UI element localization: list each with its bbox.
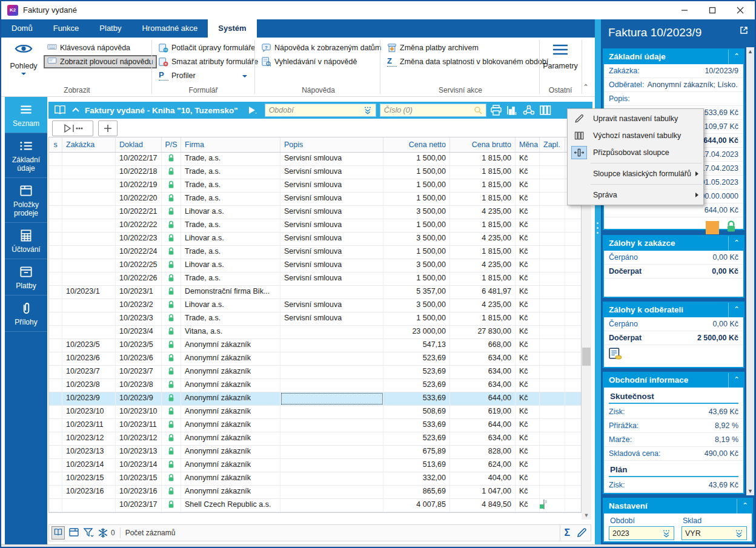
column-header-doklad[interactable]: Doklad [116, 137, 162, 152]
cell-doklad[interactable]: 10/2023/3 [116, 312, 162, 325]
cell-popis[interactable] [280, 472, 383, 485]
cell-zapl[interactable] [540, 459, 565, 472]
cell-zapl[interactable] [540, 326, 565, 338]
play-icon[interactable] [247, 105, 259, 116]
scroll-down-arrow[interactable]: ▼ [582, 511, 591, 520]
cell-s[interactable] [49, 366, 62, 378]
cell-cena-netto[interactable]: 3 500,00 [383, 299, 450, 312]
table-row[interactable]: 10/2022/25Lihovar a.s.Servisní smlouva3 … [49, 259, 581, 272]
cell-s[interactable] [49, 379, 62, 392]
cell-doklad[interactable]: 10/2022/26 [116, 272, 162, 285]
cell-zakazka[interactable]: 10/2023/16 [62, 486, 116, 498]
freeze-rows-icon[interactable] [98, 527, 108, 538]
sidebar-item-polozky-prodeje[interactable]: Položky prodeje [5, 178, 47, 223]
cell-zapl[interactable] [540, 392, 565, 405]
card-view-icon[interactable] [68, 527, 79, 538]
cell-cena-brutto[interactable]: 4 235,00 [450, 206, 516, 219]
cell-popis[interactable]: Servisní smlouva [280, 272, 383, 285]
cell-s[interactable] [49, 406, 62, 418]
cell-zapl[interactable] [540, 179, 565, 192]
cell-cena-netto[interactable]: 1 500,00 [383, 219, 450, 232]
table-row[interactable]: 10/2022/20Trade, a.s.Servisní smlouva1 5… [49, 193, 581, 206]
open-in-window-icon[interactable] [739, 25, 749, 35]
cell-zapl[interactable] [540, 432, 565, 445]
cell-cena-netto[interactable]: 533,69 [383, 392, 450, 405]
panel-scroll-up-arrow[interactable]: ▲ [746, 48, 754, 54]
cell-zakazka[interactable] [62, 312, 116, 325]
menu-item-sloupce-klasickych-formularu[interactable]: Sloupce klasických formulářů [568, 165, 703, 182]
cell-zapl[interactable] [540, 233, 565, 245]
cell-mena[interactable]: Kč [516, 459, 540, 472]
cell-cena-brutto[interactable]: 6 481,97 [450, 286, 516, 299]
cell-cena-netto[interactable]: 1 500,00 [383, 246, 450, 259]
cell-zapl[interactable] [540, 446, 565, 458]
cell-doklad[interactable]: 10/2023/8 [116, 379, 162, 392]
cell-popis[interactable]: Servisní smlouva [280, 166, 383, 179]
cell-doklad[interactable]: 10/2023/4 [116, 326, 162, 338]
panel-scrollbar[interactable]: ▲ ▼ [746, 47, 754, 495]
cell-zapl[interactable] [540, 206, 565, 219]
cell-cena-brutto[interactable]: 1 815,00 [450, 166, 516, 179]
cell-s[interactable] [49, 299, 62, 312]
close-button[interactable] [726, 1, 754, 19]
table-row[interactable]: 10/2023/17Shell Czech Republic a.s.4 007… [49, 499, 581, 512]
collapse-section-icon[interactable]: ⌃ [728, 303, 740, 317]
cell-cena-netto[interactable]: 1 500,00 [383, 166, 450, 179]
sidebar-item-seznam[interactable]: Seznam [5, 97, 47, 133]
search-icon[interactable] [474, 106, 482, 114]
cell-doklad[interactable]: 10/2022/23 [116, 233, 162, 245]
cell-cena-brutto[interactable]: 1 815,00 [450, 312, 516, 325]
table-row[interactable]: 10/2023/1010/2023/10Anonymní zákazník508… [49, 406, 581, 419]
cell-zakazka[interactable] [62, 246, 116, 259]
cell-s[interactable] [49, 286, 62, 299]
cell-firma[interactable]: Lihovar a.s. [181, 299, 280, 312]
cell-zapl[interactable] [540, 272, 565, 285]
cell-firma[interactable]: Anonymní zákazník [181, 352, 280, 365]
cell-zapl[interactable] [540, 379, 565, 392]
edit-pencil-icon[interactable] [576, 527, 587, 538]
cell-cena-netto[interactable]: 3 500,00 [383, 233, 450, 245]
cell-firma[interactable]: Anonymní zákazník [181, 446, 280, 458]
cell-cena-netto[interactable]: 675,89 [383, 446, 450, 458]
cell-zapl[interactable] [540, 472, 565, 485]
menu-item-upravit-nastaveni-tabulky[interactable]: Upravit nastavení tabulky [568, 110, 703, 127]
advance-invoice-icon[interactable] [604, 345, 743, 364]
cell-cena-netto[interactable]: 1 500,00 [383, 153, 450, 165]
cell-mena[interactable]: Kč [516, 419, 540, 432]
table-row[interactable]: 10/2023/1610/2023/16Anonymní zákazník865… [49, 486, 581, 499]
table-row[interactable]: 10/2022/23Lihovar a.s.Servisní smlouva3 … [49, 233, 581, 246]
filter-icon[interactable] [83, 527, 94, 538]
cell-cena-brutto[interactable]: 634,00 [450, 352, 516, 365]
cell-s[interactable] [49, 246, 62, 259]
cell-popis[interactable]: Servisní smlouva [280, 193, 383, 205]
cell-cena-brutto[interactable]: 1 815,00 [450, 219, 516, 232]
cell-mena[interactable]: Kč [516, 472, 540, 485]
table-row[interactable]: 10/2023/1410/2023/14Anonymní zákazník513… [49, 459, 581, 472]
table-row[interactable]: 10/2023/810/2023/8Anonymní zákazník523,6… [49, 379, 581, 392]
cell-firma[interactable]: Trade, a.s. [181, 193, 280, 205]
cell-cena-brutto[interactable]: 634,00 [450, 432, 516, 445]
cell-mena[interactable]: Kč [516, 286, 540, 299]
cell-cena-brutto[interactable]: 624,00 [450, 459, 516, 472]
table-row[interactable]: 10/2022/18Trade, a.s.Servisní smlouva1 5… [49, 166, 581, 179]
table-row[interactable]: 10/2023/1510/2023/15Anonymní zákazník332… [49, 472, 581, 486]
cell-zapl[interactable] [540, 153, 565, 165]
cell-popis[interactable] [280, 406, 383, 418]
cell-s[interactable] [49, 259, 62, 272]
cell-doklad[interactable]: 10/2023/1 [116, 286, 162, 299]
cell-s[interactable] [49, 459, 62, 472]
cell-firma[interactable]: Trade, a.s. [181, 246, 280, 259]
menu-item-sprava[interactable]: Správa [568, 187, 703, 203]
table-row[interactable]: 10/2022/19Trade, a.s.Servisní smlouva1 5… [49, 179, 581, 193]
cell-zakazka[interactable] [62, 219, 116, 232]
cell-cena-brutto[interactable]: 644,00 [450, 419, 516, 432]
search-in-help-button[interactable]: Vyhledávání v nápovědě [259, 55, 359, 68]
cell-cena-brutto[interactable]: 1 815,00 [450, 246, 516, 259]
ribbon-tab-domu[interactable]: Domů [1, 19, 43, 38]
cell-doklad[interactable]: 10/2022/20 [116, 193, 162, 205]
ribbon-tab-system[interactable]: Systém [208, 19, 256, 38]
cell-mena[interactable]: Kč [516, 432, 540, 445]
cell-firma[interactable]: Anonymní zákazník [181, 459, 280, 472]
cell-cena-brutto[interactable]: 1 047,00 [450, 486, 516, 498]
cell-s[interactable] [49, 312, 62, 325]
